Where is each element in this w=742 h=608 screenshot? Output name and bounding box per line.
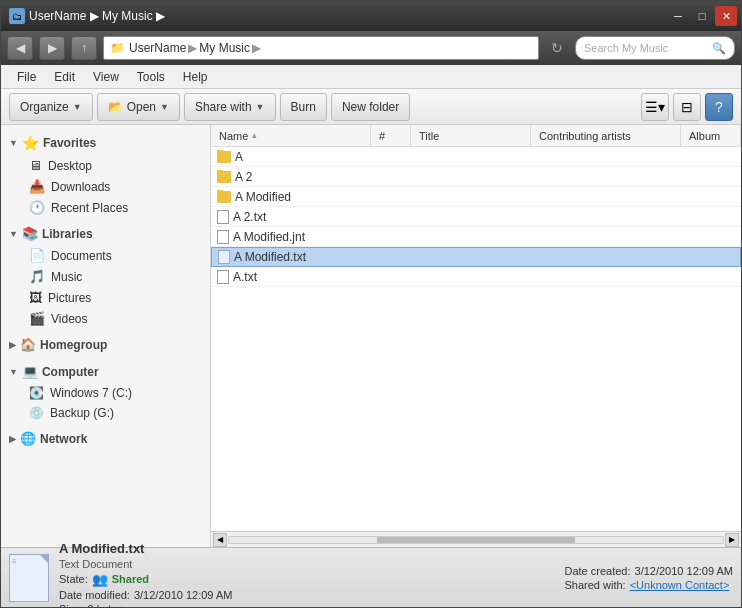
back-button[interactable]: ◀: [7, 36, 33, 60]
menu-file[interactable]: File: [9, 68, 44, 86]
sidebar-group-computer: ▼ 💻 Computer 💽 Windows 7 (C:) 💿 Backup (…: [1, 360, 210, 423]
sidebar-libraries-label: Libraries: [42, 227, 93, 241]
window-title: UserName ▶ My Music ▶: [29, 9, 165, 23]
computer-icon: 💻: [22, 364, 38, 379]
drive-c-icon: 💽: [29, 386, 44, 400]
refresh-button[interactable]: ↻: [545, 36, 569, 60]
sidebar-item-music[interactable]: 🎵 Music: [1, 266, 210, 287]
organize-button[interactable]: Organize ▼: [9, 93, 93, 121]
folder-icon: [217, 151, 231, 163]
search-box[interactable]: Search My Music 🔍: [575, 36, 735, 60]
col-header-name[interactable]: Name ▲: [211, 125, 371, 146]
computer-expand-icon: ▼: [9, 367, 18, 377]
sidebar-music-label: Music: [51, 270, 82, 284]
status-sharedwith-value[interactable]: <Unknown Contact>: [630, 579, 730, 591]
view-button[interactable]: ☰▾: [641, 93, 669, 121]
file-name-text: A 2.txt: [233, 210, 266, 224]
breadcrumb-user[interactable]: UserName: [129, 41, 186, 55]
forward-button[interactable]: ▶: [39, 36, 65, 60]
horizontal-scrollbar[interactable]: ◀ ▶: [211, 531, 741, 547]
sidebar-videos-label: Videos: [51, 312, 87, 326]
sidebar-item-drive-c[interactable]: 💽 Windows 7 (C:): [1, 383, 210, 403]
menu-view[interactable]: View: [85, 68, 127, 86]
sidebar-header-computer[interactable]: ▼ 💻 Computer: [1, 360, 210, 383]
minimize-button[interactable]: ─: [667, 6, 689, 26]
sidebar-header-favorites[interactable]: ▼ ⭐ Favorites: [1, 131, 210, 155]
list-item[interactable]: A Modified.jnt: [211, 227, 741, 247]
sidebar-header-libraries[interactable]: ▼ 📚 Libraries: [1, 222, 210, 245]
status-sharedwith-label: Shared with:: [564, 579, 625, 591]
status-state-value: Shared: [112, 573, 149, 585]
sidebar-item-pictures[interactable]: 🖼 Pictures: [1, 287, 210, 308]
pictures-icon: 🖼: [29, 290, 42, 305]
sidebar-recent-label: Recent Places: [51, 201, 128, 215]
menu-help[interactable]: Help: [175, 68, 216, 86]
col-sort-icon: ▲: [250, 131, 258, 140]
status-info: A Modified.txt Text Document State: 👥 Sh…: [59, 541, 232, 609]
status-file-name: A Modified.txt: [59, 541, 232, 556]
col-header-artist[interactable]: Contributing artists: [531, 125, 681, 146]
list-item[interactable]: A: [211, 147, 741, 167]
list-item[interactable]: A Modified.txt: [211, 247, 741, 267]
list-item[interactable]: A Modified: [211, 187, 741, 207]
menu-edit[interactable]: Edit: [46, 68, 83, 86]
share-dropdown-icon: ▼: [256, 102, 265, 112]
address-bar: ◀ ▶ ↑ 📁 UserName ▶ My Music ▶ ↻ Search M…: [1, 31, 741, 65]
maximize-button[interactable]: □: [691, 6, 713, 26]
open-button[interactable]: 📂 Open ▼: [97, 93, 180, 121]
status-sharedwith-row: Shared with: <Unknown Contact>: [564, 579, 733, 591]
sidebar-item-documents[interactable]: 📄 Documents: [1, 245, 210, 266]
status-file-type: Text Document: [59, 558, 232, 570]
search-icon: 🔍: [712, 42, 726, 55]
sidebar-item-downloads[interactable]: 📥 Downloads: [1, 176, 210, 197]
status-modified-row: Date modified: 3/12/2010 12:09 AM: [59, 589, 232, 601]
file-name-text: A 2: [235, 170, 252, 184]
file-item-name: A: [211, 150, 371, 164]
col-header-title[interactable]: Title: [411, 125, 531, 146]
col-header-album[interactable]: Album: [681, 125, 741, 146]
new-folder-button[interactable]: New folder: [331, 93, 410, 121]
file-name-text: A: [235, 150, 243, 164]
search-placeholder: Search My Music: [584, 42, 668, 54]
col-header-num[interactable]: #: [371, 125, 411, 146]
up-button[interactable]: ↑: [71, 36, 97, 60]
list-item[interactable]: A 2.txt: [211, 207, 741, 227]
menu-tools[interactable]: Tools: [129, 68, 173, 86]
file-list-panel: Name ▲ # Title Contributing artists Albu…: [211, 125, 741, 547]
close-button[interactable]: ✕: [715, 6, 737, 26]
burn-button[interactable]: Burn: [280, 93, 327, 121]
libraries-expand-icon: ▼: [9, 229, 18, 239]
desktop-icon: 🖥: [29, 158, 42, 173]
breadcrumb[interactable]: 📁 UserName ▶ My Music ▶: [103, 36, 539, 60]
file-item-name: A Modified.jnt: [211, 230, 371, 244]
sidebar-item-drive-g[interactable]: 💿 Backup (G:): [1, 403, 210, 423]
organize-label: Organize: [20, 100, 69, 114]
sidebar-header-homegroup[interactable]: ▶ 🏠 Homegroup: [1, 333, 210, 356]
share-button[interactable]: Share with ▼: [184, 93, 276, 121]
status-created-value: 3/12/2010 12:09 AM: [635, 565, 733, 577]
sidebar-item-recent-places[interactable]: 🕐 Recent Places: [1, 197, 210, 218]
scroll-track[interactable]: [228, 536, 724, 544]
sidebar-item-desktop[interactable]: 🖥 Desktop: [1, 155, 210, 176]
scroll-thumb: [377, 537, 575, 543]
status-size-row: Size: 0 bytes: [59, 603, 232, 609]
sidebar-header-network[interactable]: ▶ 🌐 Network: [1, 427, 210, 450]
sidebar-item-videos[interactable]: 🎬 Videos: [1, 308, 210, 329]
file-item-name: A Modified: [211, 190, 371, 204]
breadcrumb-icon: 📁: [110, 41, 125, 55]
homegroup-icon: 🏠: [20, 337, 36, 352]
network-expand-icon: ▶: [9, 434, 16, 444]
doc-icon: [217, 270, 229, 284]
downloads-icon: 📥: [29, 179, 45, 194]
file-list-header: Name ▲ # Title Contributing artists Albu…: [211, 125, 741, 147]
details-pane-button[interactable]: ⊟: [673, 93, 701, 121]
col-num-label: #: [379, 130, 385, 142]
breadcrumb-folder[interactable]: My Music: [199, 41, 250, 55]
scroll-right-button[interactable]: ▶: [725, 533, 739, 547]
list-item[interactable]: A.txt: [211, 267, 741, 287]
sidebar-homegroup-label: Homegroup: [40, 338, 107, 352]
status-created-row: Date created: 3/12/2010 12:09 AM: [564, 565, 733, 577]
network-icon: 🌐: [20, 431, 36, 446]
list-item[interactable]: A 2: [211, 167, 741, 187]
help-button[interactable]: ?: [705, 93, 733, 121]
